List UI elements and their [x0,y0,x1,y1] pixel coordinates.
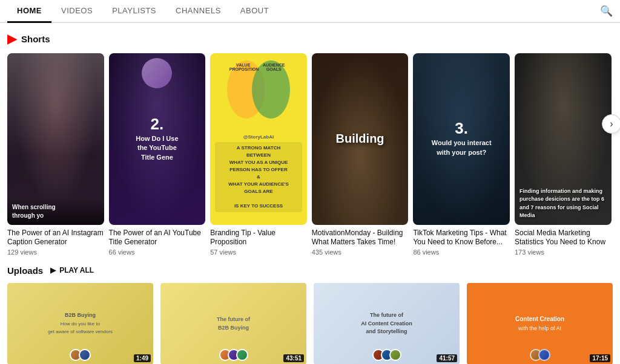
upload-thumb-1: B2B BuyingHow do you like toget aware of… [7,283,153,364]
main-nav: HOME VIDEOS PLAYLISTS CHANNELS ABOUT 🔍 [0,0,620,23]
uploads-section: Uploads ▶ PLAY ALL B2B BuyingHow do you … [0,261,620,364]
shorts-row: When scrollingthrough yo The Power of an… [7,53,613,256]
short-title-2: The Power of an AI YouTube Title Generat… [109,229,206,247]
short-item-5[interactable]: 3. Would you interactwith your post? Tik… [413,53,510,256]
nav-tab-videos[interactable]: VIDEOS [51,0,102,23]
shorts-title: Shorts [21,34,50,44]
short-title-4: MotivationMonday - Building What Matters… [312,229,409,247]
short-thumb-2: 2. How Do I Usethe YouTubeTitle Gene [109,53,206,225]
upload-thumb-4: Content Creationwith the help of AI 17:1… [467,283,613,364]
short-title-3: Branding Tip - Value Proposition [210,229,307,247]
nav-tab-channels[interactable]: CHANNELS [166,0,231,23]
shorts-logo-icon: ▶ [7,31,16,46]
short-item-4[interactable]: Building MotivationMonday - Building Wha… [312,53,409,256]
short-title-1: The Power of an AI Instagram Caption Gen… [7,229,104,247]
play-all-button[interactable]: ▶ PLAY ALL [50,266,94,275]
shorts-container: When scrollingthrough yo The Power of an… [7,53,613,256]
upload-duration-3: 41:57 [437,354,457,362]
short-title-5: TikTok Marketing Tips - What You Need to… [413,229,510,247]
upload-item-1[interactable]: B2B BuyingHow do you like toget aware of… [7,283,153,364]
short-title-6: Social Media Marketing Statistics You Ne… [515,229,612,247]
play-all-label: PLAY ALL [59,266,94,275]
short-views-3: 57 views [210,249,307,256]
short-thumb-4: Building [312,53,409,225]
short-views-5: 86 views [413,249,510,256]
uploads-header: Uploads ▶ PLAY ALL [7,265,613,276]
upload-item-3[interactable]: The future ofAI Content Creationand Stor… [314,283,460,364]
short-views-2: 66 views [109,249,206,256]
upload-item-4[interactable]: Content Creationwith the help of AI 17:1… [467,283,613,364]
upload-item-2[interactable]: The future ofB2B Buying 43:51 The Future… [160,283,306,364]
nav-tab-playlists[interactable]: PLAYLISTS [102,0,166,23]
shorts-header: ▶ Shorts [7,31,613,46]
shorts-section: ▶ Shorts When scrollingthrough yo The Po… [0,23,620,261]
short-thumb-1: When scrollingthrough yo [7,53,104,225]
short-item-1[interactable]: When scrollingthrough yo The Power of an… [7,53,104,256]
short-views-1: 129 views [7,249,104,256]
upload-duration-1: 1:49 [134,354,151,362]
nav-tab-about[interactable]: ABOUT [231,0,279,23]
short-thumb-3: VALUEPROPOSITION AUDIENCEGOALS @StoryLab… [210,53,307,225]
short-thumb-5: 3. Would you interactwith your post? [413,53,510,225]
upload-thumb-3: The future ofAI Content Creationand Stor… [314,283,460,364]
nav-tab-home[interactable]: HOME [7,0,51,23]
short-views-4: 435 views [312,249,409,256]
shorts-next-button[interactable]: › [602,114,620,134]
short-views-6: 173 views [515,249,612,256]
uploads-row: B2B BuyingHow do you like toget aware of… [7,283,613,364]
upload-duration-4: 17:15 [590,354,610,362]
uploads-title: Uploads [7,265,43,276]
upload-thumb-2: The future ofB2B Buying 43:51 [160,283,306,364]
short-item-6[interactable]: Finding information and making purchase … [515,53,612,256]
short-thumb-6: Finding information and making purchase … [515,53,612,225]
upload-duration-2: 43:51 [283,354,304,362]
short-item-3[interactable]: VALUEPROPOSITION AUDIENCEGOALS @StoryLab… [210,53,307,256]
play-all-icon: ▶ [50,266,56,275]
short-item-2[interactable]: 2. How Do I Usethe YouTubeTitle Gene The… [109,53,206,256]
search-icon[interactable]: 🔍 [600,5,613,18]
